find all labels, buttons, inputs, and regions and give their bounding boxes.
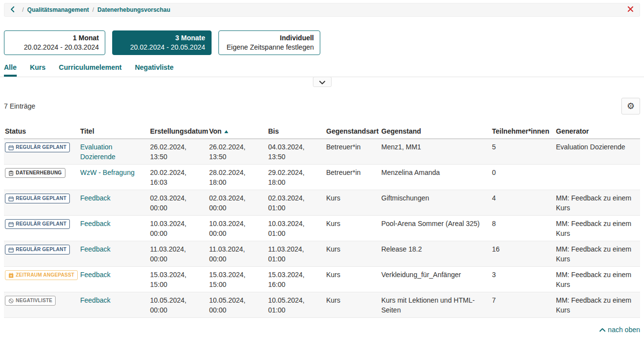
- bis-cell: 02.03.2024, 01:00: [267, 190, 325, 216]
- column-header-generator[interactable]: Generator: [555, 124, 640, 139]
- gegenstand-cell: Kurs mit Lektionen und HTML-Seiten: [380, 292, 491, 318]
- titel-cell: Evaluation Dozierende: [79, 139, 149, 165]
- bis-cell: 04.03.2024, 13:50: [267, 139, 325, 165]
- gegenstandsart-cell: Kurs: [325, 267, 380, 292]
- chevron-left-icon: [10, 6, 15, 14]
- page-footer: nach oben: [4, 326, 640, 334]
- titel-cell: Feedback: [79, 241, 149, 267]
- gegenstand-cell: Giftmischungen: [380, 190, 491, 216]
- teilnehmer-cell: 7: [491, 292, 555, 318]
- status-badge: NEGATIVLISTE: [5, 296, 56, 306]
- period-button-1-monat[interactable]: 1 Monat 20.02.2024 - 20.03.2024: [4, 30, 105, 55]
- table-row: REGULÄR GEPLANT Feedback 11.03.2024, 00:…: [4, 241, 640, 267]
- tab-curriculumelement[interactable]: Curriculumelement: [59, 63, 122, 77]
- table-toolbar: 7 Einträge ⚙: [4, 98, 640, 114]
- erstellungsdatum-cell: 10.05.2024, 00:00: [149, 292, 208, 318]
- period-button-title: 1 Monat: [73, 33, 99, 43]
- gegenstand-cell: Pool-Arena Sommer (Areal 325): [380, 216, 491, 241]
- entry-title-link[interactable]: WzW - Befragung: [80, 169, 134, 176]
- gegenstandsart-cell: Betreuer*in: [325, 165, 380, 190]
- column-header-bis[interactable]: Bis: [267, 124, 325, 139]
- calendar-icon: [8, 196, 14, 201]
- column-header-teilnehmer[interactable]: Teilnehmer*innen: [491, 124, 555, 139]
- gegenstandsart-cell: Kurs: [325, 216, 380, 241]
- bis-cell: 11.03.2024, 01:00: [267, 241, 325, 267]
- teilnehmer-cell: 3: [491, 267, 555, 292]
- von-cell: 15.03.2024, 15:00: [208, 267, 267, 292]
- bis-cell: 10.05.2024, 01:00: [267, 292, 325, 318]
- von-cell: 02.03.2024, 00:00: [208, 190, 267, 216]
- column-header-gegenstandsart[interactable]: Gegenstandsart: [325, 124, 380, 139]
- gegenstandsart-cell: Kurs: [325, 190, 380, 216]
- von-cell: 28.02.2024, 18:00: [208, 165, 267, 190]
- column-header-gegenstand[interactable]: Gegenstand: [380, 124, 491, 139]
- period-button-individuell[interactable]: Individuell Eigene Zeitspanne festlegen: [218, 30, 320, 55]
- erstellungsdatum-cell: 10.03.2024, 00:00: [149, 216, 208, 241]
- teilnehmer-cell: 16: [491, 241, 555, 267]
- generator-cell: [555, 165, 640, 190]
- table-row: REGULÄR GEPLANT Feedback 10.03.2024, 00:…: [4, 216, 640, 241]
- status-badge: ZEITRAUM ANGEPASST: [5, 270, 78, 280]
- table-row: NEGATIVLISTE Feedback 10.05.2024, 00:00 …: [4, 292, 640, 318]
- period-selector: 1 Monat 20.02.2024 - 20.03.2024 3 Monate…: [4, 30, 640, 55]
- tab-negativliste[interactable]: Negativliste: [135, 63, 174, 77]
- status-cell: NEGATIVLISTE: [4, 292, 79, 318]
- teilnehmer-cell: 8: [491, 216, 555, 241]
- x-close-icon: [627, 6, 634, 14]
- column-header-erstellungsdatum[interactable]: Erstellungsdatum: [149, 124, 208, 139]
- tab-alle[interactable]: Alle: [4, 63, 17, 77]
- period-button-3-monate[interactable]: 3 Monate 20.02.2024 - 20.05.2024: [112, 30, 212, 55]
- tab-kurs[interactable]: Kurs: [30, 63, 46, 77]
- period-button-range: Eigene Zeitspanne festlegen: [227, 43, 314, 52]
- calendar-icon: [8, 145, 14, 150]
- titel-cell: Feedback: [79, 292, 149, 318]
- erstellungsdatum-cell: 02.03.2024, 00:00: [149, 190, 208, 216]
- breadcrumb-link-datenerhebungsvorschau[interactable]: Datenerhebungsvorschau: [97, 6, 170, 13]
- calendar-icon: [8, 247, 14, 253]
- table-settings-button[interactable]: ⚙: [621, 98, 640, 114]
- chevron-up-icon: [599, 326, 606, 334]
- table-header-row: Status Titel Erstellungsdatum Von Bis Ge…: [4, 124, 640, 139]
- status-cell: REGULÄR GEPLANT: [4, 241, 79, 267]
- erstellungsdatum-cell: 11.03.2024, 00:00: [149, 241, 208, 267]
- entry-title-link[interactable]: Feedback: [80, 271, 110, 279]
- back-button[interactable]: [10, 6, 15, 14]
- titel-cell: Feedback: [79, 216, 149, 241]
- entry-title-link[interactable]: Feedback: [80, 245, 110, 253]
- column-header-titel[interactable]: Titel: [79, 124, 149, 139]
- teilnehmer-cell: 0: [491, 165, 555, 190]
- gegenstandsart-cell: Kurs: [325, 241, 380, 267]
- datenerhebung-table: Status Titel Erstellungsdatum Von Bis Ge…: [4, 124, 640, 318]
- status-badge: REGULÄR GEPLANT: [5, 194, 70, 203]
- prohibition-icon: [8, 298, 14, 304]
- titel-cell: WzW - Befragung: [79, 165, 149, 190]
- period-button-title: Individuell: [280, 33, 314, 43]
- titel-cell: Feedback: [79, 190, 149, 216]
- close-button[interactable]: [627, 6, 634, 14]
- expand-filters-button[interactable]: [313, 77, 332, 87]
- titel-cell: Feedback: [79, 267, 149, 292]
- breadcrumb-link-qualitaetsmanagement[interactable]: Qualitätsmanagement: [27, 6, 89, 13]
- table-row: REGULÄR GEPLANT Feedback 02.03.2024, 00:…: [4, 190, 640, 216]
- calendar-icon: [8, 222, 14, 227]
- gegenstandsart-cell: Betreuer*in: [325, 139, 380, 165]
- entry-title-link[interactable]: Feedback: [80, 220, 110, 227]
- column-header-von[interactable]: Von: [208, 124, 267, 139]
- status-cell: REGULÄR GEPLANT: [4, 216, 79, 241]
- period-button-title: 3 Monate: [175, 33, 205, 43]
- gegenstand-cell: Verkleidung_für_Anfänger: [380, 267, 491, 292]
- entry-title-link[interactable]: Feedback: [80, 296, 110, 304]
- gear-icon: ⚙: [627, 102, 635, 111]
- entry-title-link[interactable]: Feedback: [80, 194, 110, 202]
- status-cell: REGULÄR GEPLANT: [4, 190, 79, 216]
- bis-cell: 10.03.2024, 01:00: [267, 216, 325, 241]
- entry-title-link[interactable]: Evaluation Dozierende: [80, 143, 116, 161]
- period-button-range: 20.02.2024 - 20.03.2024: [24, 43, 99, 52]
- column-header-status[interactable]: Status: [4, 124, 79, 139]
- back-to-top-link[interactable]: nach oben: [599, 326, 640, 334]
- erstellungsdatum-cell: 15.03.2024, 15:00: [149, 267, 208, 292]
- generator-cell: MM: Feedback zu einem Kurs: [555, 292, 640, 318]
- generator-cell: MM: Feedback zu einem Kurs: [555, 241, 640, 267]
- generator-cell: MM: Feedback zu einem Kurs: [555, 190, 640, 216]
- breadcrumb-separator: /: [22, 6, 24, 13]
